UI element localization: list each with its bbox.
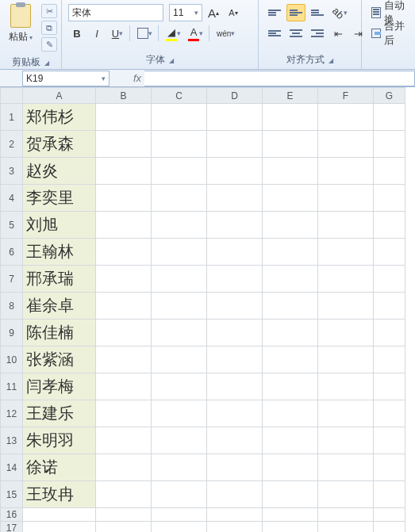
cell-D12[interactable] — [207, 400, 263, 427]
cell-C8[interactable] — [152, 293, 207, 320]
cell-B11[interactable] — [96, 373, 152, 400]
cell-E12[interactable] — [263, 400, 318, 427]
cell-F16[interactable] — [318, 508, 374, 522]
row-header-10[interactable]: 10 — [1, 346, 23, 373]
cell-G8[interactable] — [374, 293, 405, 320]
cell-A7[interactable]: 邢承瑞 — [23, 266, 96, 293]
cell-G6[interactable] — [374, 239, 405, 266]
orientation-button[interactable]: ab▾ — [329, 4, 349, 21]
cell-A1[interactable]: 郑伟杉 — [23, 104, 96, 131]
cell-B9[interactable] — [96, 320, 152, 346]
cell-A9[interactable]: 陈佳楠 — [23, 320, 96, 346]
cell-C1[interactable] — [152, 104, 207, 131]
row-header-2[interactable]: 2 — [1, 131, 23, 158]
row-header-3[interactable]: 3 — [1, 158, 23, 185]
row-header-6[interactable]: 6 — [1, 239, 23, 266]
bold-button[interactable]: B — [68, 25, 86, 42]
font-color-button[interactable]: A▾ — [185, 25, 205, 42]
cell-G1[interactable] — [374, 104, 405, 131]
cell-B15[interactable] — [96, 481, 152, 508]
cell-C15[interactable] — [152, 481, 207, 508]
row-header-12[interactable]: 12 — [1, 400, 23, 427]
cell-A4[interactable]: 李奕里 — [23, 185, 96, 212]
cell-B3[interactable] — [96, 158, 152, 185]
cell-A12[interactable]: 王建乐 — [23, 400, 96, 427]
cell-E4[interactable] — [263, 185, 318, 212]
cell-F17[interactable] — [318, 522, 374, 533]
cell-A6[interactable]: 王翰林 — [23, 239, 96, 266]
format-painter-button[interactable]: ✎ — [41, 37, 57, 52]
cell-E5[interactable] — [263, 212, 318, 239]
cell-B2[interactable] — [96, 131, 152, 158]
border-button[interactable]: ▾ — [134, 25, 154, 42]
align-middle-button[interactable] — [286, 4, 305, 21]
cell-F11[interactable] — [318, 373, 374, 400]
column-header-A[interactable]: A — [23, 88, 96, 104]
cell-F15[interactable] — [318, 481, 374, 508]
underline-button[interactable]: U▾ — [108, 25, 125, 42]
cell-G5[interactable] — [374, 212, 405, 239]
cell-B12[interactable] — [96, 400, 152, 427]
cell-D15[interactable] — [207, 481, 263, 508]
cell-C14[interactable] — [152, 454, 207, 481]
increase-font-button[interactable]: A▴ — [205, 4, 222, 21]
cell-F10[interactable] — [318, 346, 374, 373]
cell-B1[interactable] — [96, 104, 152, 131]
row-header-7[interactable]: 7 — [1, 266, 23, 293]
cell-A11[interactable]: 闫孝梅 — [23, 373, 96, 400]
cell-D6[interactable] — [207, 239, 263, 266]
italic-button[interactable]: I — [88, 25, 106, 42]
merge-button[interactable]: 合并后 — [368, 25, 409, 42]
font-name-select[interactable]: 宋体 — [68, 4, 163, 21]
align-bottom-button[interactable] — [308, 4, 327, 21]
column-header-C[interactable]: C — [152, 88, 207, 104]
cell-A17[interactable] — [23, 522, 96, 533]
cell-E11[interactable] — [263, 373, 318, 400]
cell-G17[interactable] — [374, 522, 405, 533]
cell-D10[interactable] — [207, 346, 263, 373]
cell-C9[interactable] — [152, 320, 207, 346]
cell-C12[interactable] — [152, 400, 207, 427]
cell-G4[interactable] — [374, 185, 405, 212]
cell-C7[interactable] — [152, 266, 207, 293]
cell-C3[interactable] — [152, 158, 207, 185]
cell-G15[interactable] — [374, 481, 405, 508]
row-header-17[interactable]: 17 — [1, 522, 23, 533]
cell-E15[interactable] — [263, 481, 318, 508]
cell-A8[interactable]: 崔余卓 — [23, 293, 96, 320]
row-header-15[interactable]: 15 — [1, 481, 23, 508]
cell-E6[interactable] — [263, 239, 318, 266]
copy-button[interactable]: ⧉ — [41, 21, 57, 35]
cell-G14[interactable] — [374, 454, 405, 481]
cell-B17[interactable] — [96, 522, 152, 533]
cell-D8[interactable] — [207, 293, 263, 320]
cell-E13[interactable] — [263, 427, 318, 454]
column-header-B[interactable]: B — [96, 88, 152, 104]
cell-G7[interactable] — [374, 266, 405, 293]
cell-B14[interactable] — [96, 454, 152, 481]
cell-B8[interactable] — [96, 293, 152, 320]
row-header-16[interactable]: 16 — [1, 508, 23, 522]
cell-D5[interactable] — [207, 212, 263, 239]
row-header-8[interactable]: 8 — [1, 293, 23, 320]
align-right-button[interactable] — [308, 25, 327, 42]
row-header-11[interactable]: 11 — [1, 373, 23, 400]
cell-F7[interactable] — [318, 266, 374, 293]
cell-B13[interactable] — [96, 427, 152, 454]
column-header-D[interactable]: D — [207, 88, 263, 104]
cell-G3[interactable] — [374, 158, 405, 185]
cell-F3[interactable] — [318, 158, 374, 185]
cell-A16[interactable] — [23, 508, 96, 522]
cell-G11[interactable] — [374, 373, 405, 400]
cell-D9[interactable] — [207, 320, 263, 346]
cell-B7[interactable] — [96, 266, 152, 293]
column-header-G[interactable]: G — [374, 88, 405, 104]
launcher-icon[interactable]: ◢ — [169, 57, 174, 64]
cell-C2[interactable] — [152, 131, 207, 158]
column-header-F[interactable]: F — [318, 88, 374, 104]
align-center-button[interactable] — [286, 25, 305, 42]
cell-D14[interactable] — [207, 454, 263, 481]
cell-E1[interactable] — [263, 104, 318, 131]
cell-D7[interactable] — [207, 266, 263, 293]
cell-F4[interactable] — [318, 185, 374, 212]
